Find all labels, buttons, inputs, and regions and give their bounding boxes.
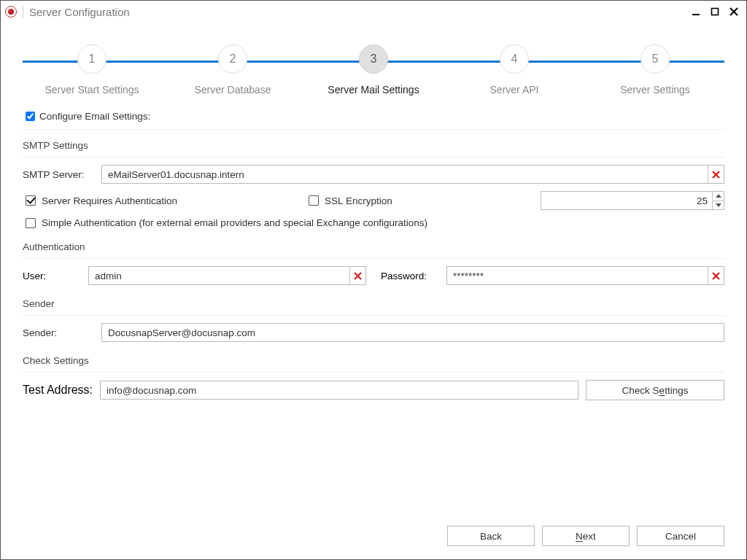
password-input-wrap <box>446 266 724 285</box>
port-spin-up-icon[interactable] <box>713 192 724 201</box>
sender-row: Sender: <box>23 323 724 342</box>
step-label-3: Server Mail Settings <box>304 84 443 96</box>
step-circle-4: 4 <box>500 44 529 74</box>
configure-email-row: Configure Email Settings: <box>23 107 724 130</box>
simple-auth-row: Simple Authentication (for external emai… <box>26 217 724 228</box>
configure-email-checkbox[interactable] <box>26 112 35 121</box>
wizard-stepper: 1 Server Start Settings 2 Server Databas… <box>1 23 746 104</box>
svg-marker-6 <box>716 194 721 198</box>
step-label-1: Server Start Settings <box>23 84 161 96</box>
port-input-wrap <box>541 191 724 210</box>
password-col: Password: <box>381 266 724 285</box>
user-label: User: <box>23 271 88 281</box>
close-button[interactable] <box>729 7 739 17</box>
auth-row: User: Password: <box>23 266 724 285</box>
form-content: Configure Email Settings: SMTP Settings … <box>1 104 746 514</box>
user-clear-icon[interactable] <box>349 267 365 284</box>
server-configuration-window: Server Configuration 1 Server Start Sett… <box>0 0 747 560</box>
smtp-options-row: Server Requires Authentication SSL Encry… <box>26 191 724 210</box>
port-spin-down-icon[interactable] <box>713 201 724 210</box>
wizard-footer: Back Next Cancel <box>1 514 746 559</box>
port-spinner <box>712 192 724 209</box>
requires-auth-check[interactable]: Server Requires Authentication <box>26 195 177 206</box>
step-label-4: Server API <box>445 84 584 96</box>
password-label: Password: <box>381 271 446 281</box>
simple-auth-checkbox-icon <box>26 218 36 228</box>
smtp-server-input[interactable] <box>102 166 708 183</box>
auth-section-title: Authentication <box>23 241 724 259</box>
step-1[interactable]: 1 Server Start Settings <box>23 44 161 96</box>
ssl-checkbox-icon <box>309 195 319 206</box>
test-address-input[interactable] <box>101 381 578 399</box>
test-address-label: Test Address: <box>23 384 93 397</box>
step-3[interactable]: 3 Server Mail Settings <box>304 44 443 96</box>
ssl-encryption-check[interactable]: SSL Encryption <box>309 195 392 206</box>
titlebar: Server Configuration <box>1 1 746 23</box>
maximize-button[interactable] <box>710 7 720 17</box>
sender-section-title: Sender <box>23 298 724 316</box>
password-input[interactable] <box>447 267 708 284</box>
step-2[interactable]: 2 Server Database <box>163 44 302 96</box>
window-title: Server Configuration <box>29 6 130 18</box>
step-5[interactable]: 5 Server Settings <box>586 44 724 96</box>
svg-rect-1 <box>712 9 719 15</box>
requires-auth-label: Server Requires Authentication <box>42 195 177 206</box>
test-address-input-wrap <box>100 381 578 400</box>
step-circle-5: 5 <box>640 44 670 74</box>
ssl-label: SSL Encryption <box>325 195 392 206</box>
user-input[interactable] <box>89 267 349 284</box>
simple-auth-check[interactable]: Simple Authentication (for external emai… <box>26 217 427 228</box>
svg-marker-7 <box>716 203 721 207</box>
sender-input[interactable] <box>102 324 724 341</box>
sender-input-wrap <box>101 323 724 342</box>
smtp-section-title: SMTP Settings <box>23 140 724 158</box>
smtp-server-input-wrap <box>101 165 724 184</box>
test-address-row: Test Address: Check Settings <box>23 380 724 400</box>
titlebar-divider <box>23 6 23 18</box>
step-circle-1: 1 <box>77 44 107 74</box>
window-controls <box>691 7 742 17</box>
simple-auth-label: Simple Authentication (for external emai… <box>42 217 427 228</box>
step-circle-2: 2 <box>218 44 247 74</box>
step-label-2: Server Database <box>163 84 302 96</box>
step-label-5: Server Settings <box>586 84 724 96</box>
step-4[interactable]: 4 Server API <box>445 44 584 96</box>
cancel-button[interactable]: Cancel <box>637 526 724 546</box>
step-circle-3: 3 <box>359 44 388 74</box>
user-input-wrap <box>88 266 366 285</box>
check-section-title: Check Settings <box>23 355 724 373</box>
check-settings-button[interactable]: Check Settings <box>586 380 724 400</box>
back-button[interactable]: Back <box>447 526 535 546</box>
requires-auth-checkbox-icon <box>26 195 36 206</box>
minimize-button[interactable] <box>691 7 701 17</box>
smtp-server-clear-icon[interactable] <box>708 166 724 183</box>
sender-label: Sender: <box>23 327 101 338</box>
next-button[interactable]: Next <box>542 526 630 546</box>
smtp-server-row: SMTP Server: <box>23 165 724 184</box>
user-col: User: <box>23 266 366 285</box>
smtp-server-label: SMTP Server: <box>23 169 101 180</box>
password-clear-icon[interactable] <box>708 267 724 284</box>
app-icon <box>5 6 17 18</box>
port-input[interactable] <box>541 192 712 209</box>
configure-email-label: Configure Email Settings: <box>39 111 150 122</box>
